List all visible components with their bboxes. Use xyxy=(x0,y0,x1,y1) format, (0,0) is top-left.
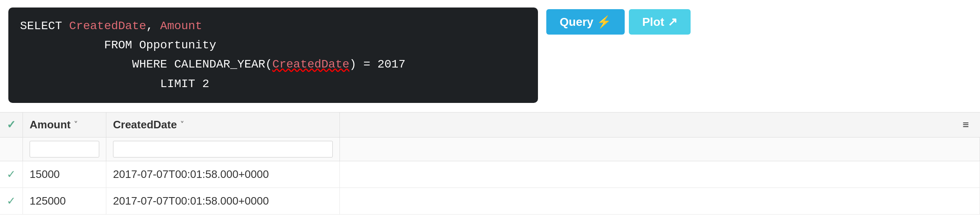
code-line-2: FROM Opportunity xyxy=(20,36,526,55)
top-section: SELECT CreatedDate, Amount FROM Opportun… xyxy=(0,0,980,110)
row1-rest xyxy=(340,161,980,188)
query-label: Query xyxy=(560,15,593,29)
code-line-3: WHERE CALENDAR_YEAR(CreatedDate) = 2017 xyxy=(20,55,526,74)
table-section: ✓ Amount ˅ CreatedDate ˅ ≡ xyxy=(0,112,980,215)
createddate-header-label: CreatedDate xyxy=(113,118,177,131)
header-createddate[interactable]: CreatedDate ˅ xyxy=(106,112,340,138)
amount-filter-input[interactable] xyxy=(30,141,99,158)
lightning-icon: ⚡ xyxy=(597,15,611,29)
filter-amount-cell xyxy=(23,137,106,161)
createddate-sort-icon[interactable]: ˅ xyxy=(180,120,184,129)
row2-check: ✓ xyxy=(0,188,23,214)
code-line-1: SELECT CreatedDate, Amount xyxy=(20,17,526,36)
row2-amount: 125000 xyxy=(23,188,106,214)
createddate-filter-input[interactable] xyxy=(113,141,333,158)
plot-button[interactable]: Plot ↗ xyxy=(629,9,691,35)
filter-row xyxy=(0,137,980,161)
table-row: ✓ 125000 2017-07-07T00:01:58.000+0000 xyxy=(0,188,980,214)
data-table: ✓ Amount ˅ CreatedDate ˅ ≡ xyxy=(0,112,980,215)
row1-check: ✓ xyxy=(0,161,23,188)
row1-amount: 15000 xyxy=(23,161,106,188)
filter-createddate-cell xyxy=(106,137,340,161)
button-group: Query ⚡ Plot ↗ xyxy=(546,8,691,35)
header-check: ✓ xyxy=(0,112,23,138)
table-row: ✓ 15000 2017-07-07T00:01:58.000+0000 xyxy=(0,161,980,188)
filter-check-cell xyxy=(0,137,23,161)
filter-rest-cell xyxy=(340,137,980,161)
plot-label: Plot xyxy=(642,15,664,29)
table-menu-icon[interactable]: ≡ xyxy=(962,118,969,131)
row1-createddate: 2017-07-07T00:01:58.000+0000 xyxy=(106,161,340,188)
chart-icon: ↗ xyxy=(668,15,677,29)
query-button[interactable]: Query ⚡ xyxy=(546,9,625,35)
code-editor[interactable]: SELECT CreatedDate, Amount FROM Opportun… xyxy=(8,8,538,103)
amount-header-label: Amount xyxy=(30,118,70,131)
amount-sort-icon[interactable]: ˅ xyxy=(74,120,78,129)
header-amount[interactable]: Amount ˅ xyxy=(23,112,106,138)
check-icon: ✓ xyxy=(7,118,16,131)
row2-rest xyxy=(340,188,980,214)
header-menu[interactable]: ≡ xyxy=(340,112,980,138)
row2-createddate: 2017-07-07T00:01:58.000+0000 xyxy=(106,188,340,214)
code-line-4: LIMIT 2 xyxy=(20,75,526,94)
table-header-row: ✓ Amount ˅ CreatedDate ˅ ≡ xyxy=(0,112,980,138)
